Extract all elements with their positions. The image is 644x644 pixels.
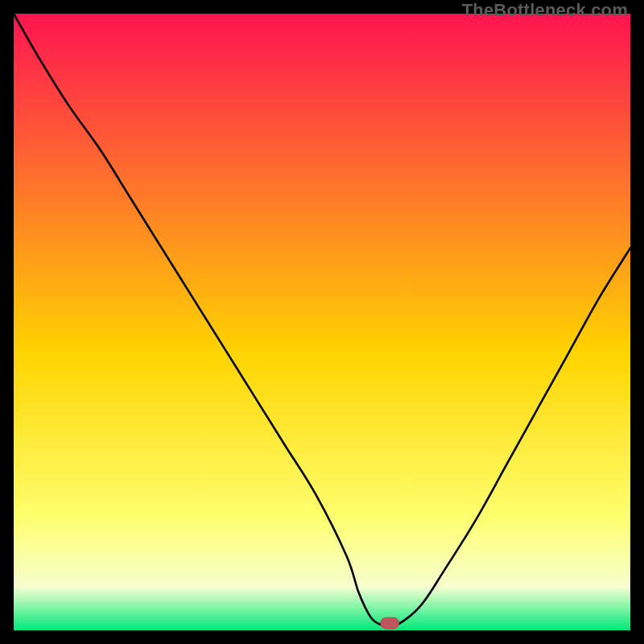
watermark-text: TheBottleneck.com [462,0,628,21]
plot-area [14,14,630,630]
chart-frame: TheBottleneck.com [0,0,644,644]
plot-svg [14,14,630,630]
optimal-marker [381,617,399,629]
gradient-background [14,14,630,630]
